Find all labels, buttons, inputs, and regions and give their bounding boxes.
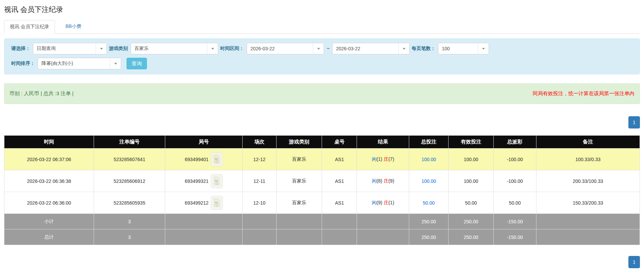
tab-betting-records[interactable]: 视讯 会员下注纪录	[4, 20, 55, 34]
total-bet-link[interactable]: 50.00	[423, 200, 435, 206]
table-row: 2026-03-22 06:36:00 523285605935 6934992…	[4, 192, 640, 214]
chevron-down-icon[interactable]	[207, 43, 218, 54]
tab-bar: 视讯 会员下注纪录 BB小费	[4, 20, 640, 34]
chevron-down-icon[interactable]	[96, 43, 107, 54]
video-replay-icon[interactable]	[211, 174, 223, 188]
cell-valid-bet: 50.00	[449, 192, 494, 214]
result-banker-label: 庄	[384, 156, 389, 162]
grand-total-total-bet: 250.00	[409, 229, 449, 245]
cell-total-bet: 50.00	[409, 192, 449, 214]
query-button[interactable]: 查询	[127, 58, 147, 69]
page-button-1[interactable]: 1	[628, 116, 640, 128]
subtotal-valid-bet: 250.00	[449, 214, 494, 229]
table-row: 2026-03-22 06:37:06 523285607641 6934994…	[4, 149, 640, 170]
cell-payout: -100.00	[494, 149, 536, 170]
col-table-no: 桌号	[322, 136, 357, 149]
total-bet-link[interactable]: 100.00	[421, 157, 436, 162]
cell-game-type: 百家乐	[276, 149, 322, 170]
time-sort-dropdown[interactable]: 降幂(由大到小)	[38, 58, 121, 69]
date-to-dropdown[interactable]: 2026-03-22	[332, 43, 410, 54]
filter-row-1: 请选择： 日期查询 游戏类别 百家乐 时间区间： 2026-03-22 ~ 20…	[9, 43, 635, 54]
time-range-label: 时间区间：	[220, 46, 244, 52]
cell-remark: 200.33/100.33	[536, 170, 640, 192]
select-type-label: 请选择：	[11, 46, 30, 52]
grand-total-row: 总计 3 250.00 250.00 -150.00	[4, 229, 640, 245]
result-banker-num: (9)	[389, 178, 394, 184]
cell-round-id: 693499321	[165, 170, 243, 192]
date-to-value: 2026-03-22	[333, 43, 398, 54]
page-button-1[interactable]: 1	[628, 256, 640, 268]
game-type-label: 游戏类别	[109, 46, 128, 52]
pagination-bottom: 1	[4, 256, 640, 268]
table-header-row: 时间 注单编号 局号 场次 游戏类别 桌号 结果 总投注 有效投注 总派彩 备注	[4, 136, 640, 149]
subtotal-total-bet: 250.00	[409, 214, 449, 229]
time-sort-label: 时间排序：	[11, 61, 35, 67]
cell-bet-id: 523285605935	[94, 192, 165, 214]
time-sort-value: 降幂(由大到小)	[38, 58, 110, 69]
col-payout: 总派彩	[494, 136, 536, 149]
page-title: 视讯 会员下注纪录	[4, 0, 640, 20]
col-session: 场次	[243, 136, 276, 149]
col-remark: 备注	[536, 136, 640, 149]
col-bet-id: 注单编号	[94, 136, 165, 149]
cell-table-no: AS1	[322, 170, 357, 192]
total-bet-link[interactable]: 100.00	[421, 178, 436, 184]
result-player-num: (8)	[377, 178, 382, 184]
round-id-text: 693499321	[185, 178, 209, 184]
result-player-label: 闲	[372, 200, 377, 205]
cell-round-id: 693499401	[165, 149, 243, 170]
date-from-dropdown[interactable]: 2026-03-22	[247, 43, 324, 54]
select-type-dropdown[interactable]: 日期查询	[33, 43, 107, 54]
result-player-label: 闲	[372, 178, 377, 184]
video-replay-icon[interactable]	[211, 196, 223, 210]
subtotal-label: 小计	[4, 214, 94, 229]
cell-session: 12-12	[243, 149, 276, 170]
tab-bb-tip[interactable]: BB小费	[60, 20, 87, 33]
table-row: 2026-03-22 06:36:38 523285606912 6934993…	[4, 170, 640, 192]
cell-game-type: 百家乐	[276, 170, 322, 192]
cell-round-id: 693499212	[165, 192, 243, 214]
col-total-bet: 总投注	[409, 136, 449, 149]
cell-game-type: 百家乐	[276, 192, 322, 214]
col-time: 时间	[4, 136, 94, 149]
per-page-dropdown[interactable]: 100	[438, 43, 489, 54]
game-type-dropdown[interactable]: 百家乐	[131, 43, 218, 54]
cell-time: 2026-03-22 06:36:38	[4, 170, 94, 192]
result-player-num: (9)	[377, 200, 382, 205]
cell-session: 12-10	[243, 192, 276, 214]
grand-total-count: 3	[94, 229, 165, 245]
video-replay-icon[interactable]	[211, 152, 223, 167]
chevron-down-icon[interactable]	[313, 43, 324, 54]
cell-time: 2026-03-22 06:36:00	[4, 192, 94, 214]
cell-payout: -100.00	[494, 170, 536, 192]
chevron-down-icon[interactable]	[398, 43, 409, 54]
cell-payout: 50.00	[494, 192, 536, 214]
cell-total-bet: 100.00	[409, 170, 449, 192]
filter-panel: 请选择： 日期查询 游戏类别 百家乐 时间区间： 2026-03-22 ~ 20…	[4, 38, 640, 74]
chevron-down-icon[interactable]	[110, 58, 121, 69]
per-page-label: 每页笔数：	[412, 46, 435, 52]
cell-total-bet: 100.00	[409, 149, 449, 170]
cell-session: 12-11	[243, 170, 276, 192]
result-player-label: 闲	[372, 156, 377, 162]
col-game-type: 游戏类别	[276, 136, 322, 149]
cell-valid-bet: 100.00	[449, 149, 494, 170]
cell-remark: 150.33/200.33	[536, 192, 640, 214]
tilde-separator: ~	[327, 46, 329, 51]
subtotal-payout: -150.00	[494, 214, 536, 229]
cell-result: 闲(1) 庄(7)	[357, 149, 409, 170]
filter-row-2: 时间排序： 降幂(由大到小) 查询	[9, 58, 635, 69]
cell-result: 闲(8) 庄(9)	[357, 170, 409, 192]
result-player-num: (1)	[377, 156, 382, 162]
cell-table-no: AS1	[322, 192, 357, 214]
betting-records-table: 时间 注单编号 局号 场次 游戏类别 桌号 结果 总投注 有效投注 总派彩 备注…	[4, 135, 640, 245]
col-result: 结果	[357, 136, 409, 149]
cell-result: 闲(9) 庄(1)	[357, 192, 409, 214]
chevron-down-icon[interactable]	[478, 43, 489, 54]
cell-remark: 100.33/0.33	[536, 149, 640, 170]
subtotal-row: 小计 3 250.00 250.00 -150.00	[4, 214, 640, 229]
result-banker-num: (7)	[389, 156, 394, 162]
summary-currency-count: 币别 : 人民币 | 总共 :3 注单 |	[10, 90, 74, 97]
result-banker-label: 庄	[384, 200, 389, 205]
grand-total-valid-bet: 250.00	[449, 229, 494, 245]
